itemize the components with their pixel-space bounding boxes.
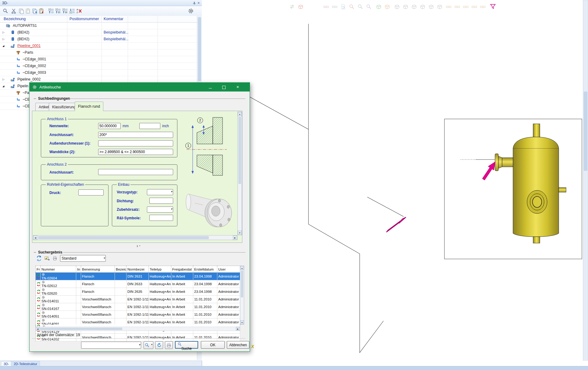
refresh-icon[interactable] bbox=[36, 256, 42, 261]
expand-icon[interactable] bbox=[2, 76, 6, 83]
chevron-down-icon bbox=[103, 257, 105, 260]
copy-special-icon[interactable] bbox=[32, 8, 38, 14]
tree-row-beh2-2[interactable]: (BEH2) Beispielbehäl... bbox=[0, 36, 197, 43]
table-row[interactable]: SN-014011 Vorschweißflansch EN 1092-1/11… bbox=[36, 296, 240, 303]
table-row[interactable]: TN-02612 Flansch DIN 2633Halbzeug+An In … bbox=[36, 280, 240, 288]
results-vscrollbar[interactable]: ▲ ▼ bbox=[240, 266, 244, 325]
vorzugstyp-combo[interactable] bbox=[147, 189, 173, 195]
drawing-canvas[interactable] bbox=[202, 0, 588, 361]
copy-icon[interactable] bbox=[18, 8, 24, 14]
dialog-close-icon[interactable]: × bbox=[233, 83, 243, 92]
abbrechen-button[interactable]: Abbrechen bbox=[227, 341, 249, 349]
expand-icon[interactable] bbox=[2, 36, 6, 42]
expand-icon[interactable] bbox=[2, 42, 6, 49]
tree-row-autoparts1[interactable]: AUTOPARTS1 bbox=[0, 22, 197, 29]
col-positionsnummer[interactable]: Positionsnummer bbox=[69, 16, 99, 22]
cube-icon bbox=[438, 5, 442, 9]
print-icon[interactable] bbox=[52, 256, 58, 261]
aussendurchmesser-label: Außendurchmesser (1): bbox=[49, 141, 91, 145]
panel-title: 3D- bbox=[2, 1, 8, 5]
export-icon[interactable] bbox=[44, 256, 50, 261]
collapse-glyph[interactable] bbox=[34, 99, 36, 99]
results-header-row[interactable]: FrNummer InBenennung BezeicNormbezei Tei… bbox=[36, 266, 240, 273]
page-vscrollbar[interactable]: ▲ ▼ bbox=[237, 112, 242, 235]
gear-icon bbox=[41, 318, 45, 322]
remove-sort-icon[interactable]: AZ bbox=[76, 8, 82, 14]
ri-symbole-input[interactable] bbox=[149, 215, 173, 221]
tree-row-pipeline-0002[interactable]: Pipeline_0002 bbox=[0, 76, 197, 83]
canvas-graphics bbox=[202, 0, 588, 361]
filter-funnel-icon bbox=[490, 4, 495, 8]
partial-row bbox=[36, 325, 240, 326]
search-profile-combo[interactable] bbox=[81, 342, 141, 349]
tree-row-parts[interactable]: ~Parts bbox=[0, 49, 197, 56]
splitter-handle[interactable] bbox=[137, 245, 144, 246]
swap-arrows-icon bbox=[290, 5, 294, 9]
expand-level-3-icon[interactable]: 3 bbox=[62, 8, 68, 14]
pipeline-icon bbox=[10, 77, 15, 82]
nennweite-mm-input[interactable] bbox=[98, 123, 121, 129]
search-icon bbox=[177, 342, 182, 347]
col-bezeichnung[interactable]: Bezeichnung bbox=[4, 16, 26, 22]
einbau-label: Einbau bbox=[117, 182, 130, 187]
expand-level-1-icon[interactable] bbox=[48, 8, 54, 14]
page-hscrollbar[interactable]: ◀ ▶ bbox=[33, 235, 237, 240]
dichtung-input[interactable] bbox=[149, 198, 173, 204]
nennweite-inch-input[interactable] bbox=[139, 123, 160, 129]
tree-row-beh2-1[interactable]: (BEH2) Beispielbehäl... bbox=[0, 29, 197, 36]
collapse-glyph[interactable] bbox=[34, 252, 36, 253]
tab-3d[interactable]: 3D- bbox=[1, 361, 12, 366]
anschlussart2-input[interactable] bbox=[98, 169, 173, 175]
view-select-combo[interactable]: Standard bbox=[60, 255, 106, 262]
scrollbar-thumb[interactable] bbox=[198, 17, 201, 81]
tree-row-cedge-0002[interactable]: ~CEdge_0002 bbox=[0, 63, 197, 70]
collapse-all-icon[interactable] bbox=[69, 8, 75, 14]
table-row[interactable]: TN-02604 Flansch DIN 2631Halbzeug+An In … bbox=[36, 273, 240, 280]
ok-button[interactable]: OK bbox=[201, 341, 225, 349]
col-kommentar[interactable]: Kommentar bbox=[104, 16, 123, 22]
druck-input[interactable] bbox=[78, 189, 104, 196]
maximize-button[interactable] bbox=[219, 83, 229, 92]
aussendurchmesser-input[interactable] bbox=[98, 140, 173, 146]
cube-icon bbox=[421, 5, 425, 9]
print-results-button[interactable] bbox=[165, 341, 173, 349]
expand-icon[interactable] bbox=[2, 29, 6, 36]
sync-icon bbox=[37, 282, 41, 286]
paste-icon[interactable] bbox=[25, 8, 31, 14]
tree-row-pipeline-0001[interactable]: Pipeline_0001 bbox=[0, 42, 197, 49]
parts-icon bbox=[16, 90, 21, 95]
kommentar-cell: Beispielbehäl... bbox=[104, 29, 128, 36]
cut-icon[interactable] bbox=[11, 8, 17, 14]
highlight-arrow-1 bbox=[482, 162, 495, 180]
gear-icon[interactable] bbox=[188, 8, 194, 14]
save-search-button[interactable]: ▾ bbox=[144, 341, 153, 349]
artikelsuche-dialog: Artikelsuche × Suchbedingungen Artikel K… bbox=[29, 82, 250, 352]
rohrteil-label: Rohrteil-Eigenschaften bbox=[46, 182, 85, 187]
minimize-button[interactable] bbox=[205, 83, 216, 92]
chevron-down-icon bbox=[139, 343, 140, 346]
close-icon[interactable]: × bbox=[198, 0, 200, 6]
wanddicke-input[interactable] bbox=[98, 149, 173, 155]
tree-row-cedge-0001[interactable]: ~CEdge_0001 bbox=[0, 56, 197, 63]
tab-flansch-rund[interactable]: Flansch rund bbox=[75, 102, 103, 111]
table-row[interactable]: SN-014167 Vorschweißflansch EN 1092-1/11… bbox=[36, 303, 240, 311]
cube-icon bbox=[404, 5, 408, 9]
refresh-search-button[interactable] bbox=[155, 341, 163, 349]
box-orange-icon bbox=[472, 6, 477, 8]
pin-icon[interactable] bbox=[193, 2, 196, 5]
dialog-title-bar[interactable]: Artikelsuche × bbox=[30, 83, 250, 92]
results-hscrollbar[interactable]: ◀ ▶ bbox=[35, 327, 240, 331]
zubehoersatz-combo[interactable] bbox=[147, 207, 173, 213]
tree-row-cedge-0003[interactable]: ~CEdge_0003 bbox=[0, 69, 197, 76]
expand-level-2-icon[interactable]: 2 bbox=[55, 8, 61, 14]
table-row[interactable]: SN-014051 Vorschweißflansch EN 1092-1/11… bbox=[36, 311, 240, 318]
paste-special-icon[interactable] bbox=[38, 8, 45, 14]
highlight-arrows bbox=[387, 162, 495, 232]
find-icon[interactable] bbox=[2, 8, 9, 14]
tab-2d-teilestruktur[interactable]: 2D-Teilestruktur bbox=[11, 361, 40, 366]
table-row[interactable]: TN-02620 Flansch DIN 2635Halbzeug+An In … bbox=[36, 288, 240, 296]
parts-icon bbox=[16, 50, 21, 55]
expand-icon[interactable] bbox=[2, 83, 6, 90]
anschlussart1-input[interactable] bbox=[98, 132, 173, 138]
suche-button[interactable]: Suche bbox=[175, 341, 198, 349]
